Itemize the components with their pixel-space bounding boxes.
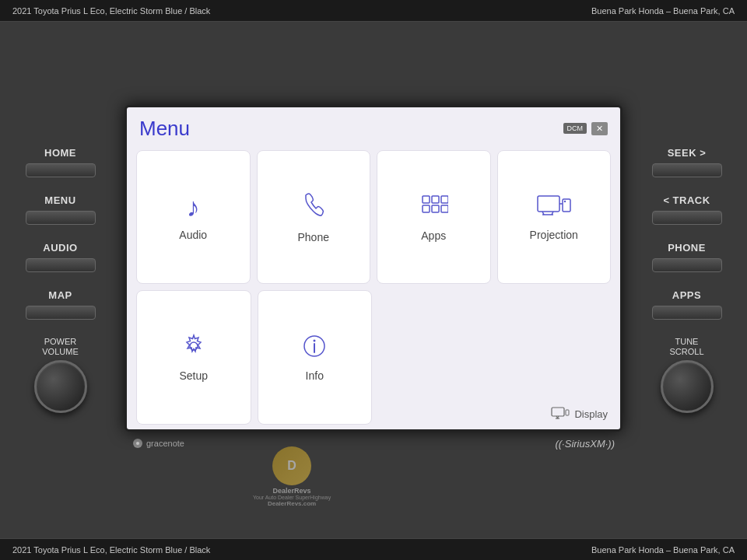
dealerrevs-logo-text: DealerRevs bbox=[253, 487, 331, 495]
home-button[interactable]: HOME bbox=[26, 147, 96, 177]
bottom-bar-vehicle-info: 2021 Toyota Prius L Eco, Electric Storm … bbox=[12, 545, 210, 555]
top-bar: 2021 Toyota Prius L Eco, Electric Storm … bbox=[0, 0, 747, 22]
screen-title: Menu bbox=[139, 117, 190, 141]
seek-forward-button[interactable]: SEEK > bbox=[652, 147, 722, 177]
svg-rect-2 bbox=[441, 196, 448, 203]
close-button[interactable]: ✕ bbox=[591, 122, 608, 135]
map-label: MAP bbox=[48, 289, 72, 301]
menu-item-audio[interactable]: ♪ Audio bbox=[136, 150, 251, 285]
svg-point-23 bbox=[136, 442, 139, 445]
projection-menu-label: Projection bbox=[530, 229, 578, 241]
dealerrevs-tagline: Your Auto Dealer SuperHighway bbox=[253, 495, 331, 500]
svg-rect-5 bbox=[441, 205, 448, 212]
home-bar[interactable] bbox=[26, 163, 96, 177]
below-screen-bar: gracenote ((·SiriusXM·)) bbox=[124, 432, 622, 456]
menu-row-1: ♪ Audio Phone bbox=[136, 150, 611, 285]
phone-menu-label: Phone bbox=[298, 231, 329, 243]
display-label: Display bbox=[574, 408, 608, 420]
phone-icon bbox=[300, 191, 328, 225]
audio-menu-label: Audio bbox=[179, 229, 207, 241]
top-bar-left: 2021 Toyota Prius L Eco, Electric Storm … bbox=[12, 6, 210, 16]
tune-scroll-control[interactable]: TUNESCROLL bbox=[661, 337, 714, 413]
track-back-button[interactable]: < TRACK bbox=[652, 194, 722, 225]
tune-knob[interactable] bbox=[661, 360, 714, 413]
power-volume-control[interactable]: POWERVOLUME bbox=[34, 337, 87, 413]
phone-bar[interactable] bbox=[652, 258, 722, 272]
projection-icon bbox=[536, 193, 572, 222]
svg-rect-4 bbox=[432, 205, 439, 212]
menu-item-apps[interactable]: Apps bbox=[377, 150, 491, 285]
screen-header: Menu DCM ✕ bbox=[127, 107, 620, 145]
audio-label: AUDIO bbox=[43, 242, 77, 254]
audio-icon: ♪ bbox=[187, 192, 200, 222]
svg-rect-1 bbox=[432, 196, 439, 203]
tune-scroll-label: TUNESCROLL bbox=[669, 337, 703, 357]
svg-point-12 bbox=[564, 201, 566, 202]
seek-forward-label: SEEK > bbox=[668, 147, 707, 159]
svg-rect-21 bbox=[566, 410, 569, 415]
svg-rect-0 bbox=[423, 196, 430, 203]
map-button[interactable]: MAP bbox=[26, 289, 96, 320]
dealerrevs-watermark: D DealerRevs Your Auto Dealer SuperHighw… bbox=[253, 446, 331, 507]
apps-button[interactable]: APPS bbox=[652, 289, 722, 320]
track-back-label: < TRACK bbox=[663, 194, 710, 206]
siriusxm-label: ((·SiriusXM·)) bbox=[555, 438, 615, 450]
info-menu-label: Info bbox=[306, 369, 324, 382]
seek-forward-bar[interactable] bbox=[652, 163, 722, 177]
bottom-bar-dealer-info: Buena Park Honda – Buena Park, CA bbox=[591, 545, 735, 555]
home-label: HOME bbox=[44, 147, 76, 159]
menu-item-projection[interactable]: Projection bbox=[497, 150, 612, 285]
track-back-bar[interactable] bbox=[652, 211, 722, 225]
menu-button[interactable]: MENU bbox=[26, 194, 96, 225]
info-icon bbox=[300, 332, 328, 363]
map-bar[interactable] bbox=[26, 306, 96, 320]
menu-item-phone[interactable]: Phone bbox=[257, 150, 371, 285]
apps-bar[interactable] bbox=[652, 306, 722, 320]
menu-bar[interactable] bbox=[26, 211, 96, 225]
phone-label: PHONE bbox=[668, 242, 706, 254]
power-volume-label: POWERVOLUME bbox=[42, 337, 78, 357]
menu-rows-container: ♪ Audio Phone bbox=[127, 145, 620, 429]
dcm-badge: DCM bbox=[563, 123, 587, 134]
menu-label: MENU bbox=[44, 194, 75, 206]
screen-header-right: DCM ✕ bbox=[563, 122, 608, 135]
bottom-bar: 2021 Toyota Prius L Eco, Electric Storm … bbox=[0, 538, 747, 560]
dealerrevs-url: DealerRevs.com bbox=[253, 500, 331, 507]
top-bar-center: Buena Park Honda – Buena Park, CA bbox=[591, 6, 735, 16]
svg-rect-3 bbox=[423, 205, 430, 212]
volume-knob[interactable] bbox=[34, 360, 87, 413]
right-controls-panel: SEEK > < TRACK PHONE APPS TUNESCROLL bbox=[626, 22, 747, 538]
apps-label: APPS bbox=[672, 289, 701, 301]
gracenote-label: gracenote bbox=[132, 438, 184, 449]
left-controls-panel: HOME MENU AUDIO MAP POWERVOLUME bbox=[0, 22, 121, 538]
display-icon bbox=[551, 407, 570, 422]
svg-rect-17 bbox=[552, 408, 564, 416]
svg-rect-6 bbox=[538, 196, 559, 212]
setup-icon bbox=[180, 332, 208, 363]
infotainment-screen: Menu DCM ✕ ♪ Audio bbox=[124, 105, 622, 432]
apps-icon bbox=[419, 192, 448, 223]
screen-inner: Menu DCM ✕ ♪ Audio bbox=[127, 107, 620, 429]
setup-menu-label: Setup bbox=[179, 369, 208, 382]
audio-bar[interactable] bbox=[26, 258, 96, 272]
svg-rect-7 bbox=[563, 199, 570, 212]
apps-menu-label: Apps bbox=[421, 229, 446, 242]
screen-area: Menu DCM ✕ ♪ Audio bbox=[121, 22, 626, 538]
screen-footer: Display bbox=[127, 400, 620, 429]
phone-button[interactable]: PHONE bbox=[652, 242, 722, 272]
svg-point-16 bbox=[314, 340, 316, 342]
audio-button[interactable]: AUDIO bbox=[26, 242, 96, 272]
